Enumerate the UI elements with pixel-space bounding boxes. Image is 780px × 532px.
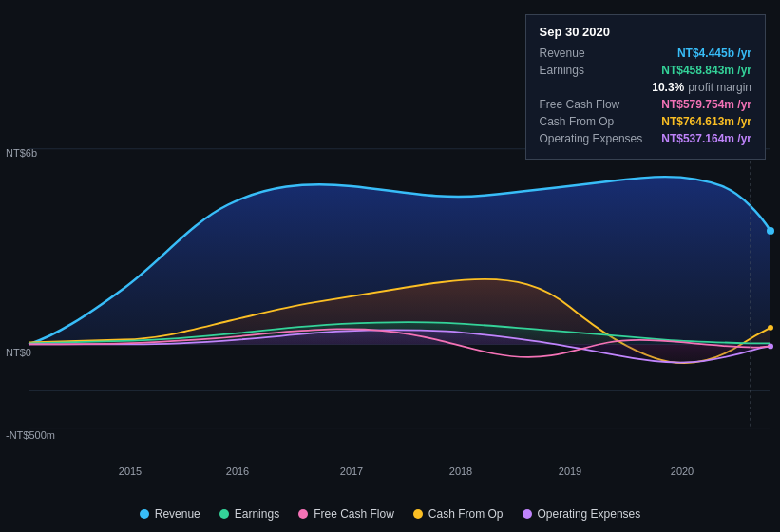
tooltip-revenue-value: NT$4.445b /yr [677, 47, 751, 60]
x-label-2017: 2017 [340, 466, 363, 477]
y-label-bottom: -NT$500m [6, 429, 55, 441]
x-label-2019: 2019 [559, 466, 581, 477]
legend-revenue-dot [140, 509, 149, 519]
legend-revenue-label: Revenue [155, 507, 200, 521]
legend-freecash[interactable]: Free Cash Flow [298, 507, 394, 521]
legend-freecash-dot [298, 509, 308, 519]
legend-earnings[interactable]: Earnings [219, 507, 279, 521]
data-tooltip: Sep 30 2020 Revenue NT$4.445b /yr Earnin… [525, 14, 766, 160]
tooltip-revenue-label: Revenue [540, 47, 585, 60]
tooltip-revenue-row: Revenue NT$4.445b /yr [540, 47, 751, 60]
chart-legend: Revenue Earnings Free Cash Flow Cash Fro… [0, 507, 780, 521]
legend-cashop[interactable]: Cash From Op [413, 507, 504, 521]
tooltip-profit-margin-label: profit margin [688, 81, 751, 94]
legend-cashop-label: Cash From Op [428, 507, 504, 521]
tooltip-opexp-value: NT$537.164m /yr [661, 132, 751, 145]
legend-freecash-label: Free Cash Flow [314, 507, 394, 521]
tooltip-profit-margin-pct: 10.3% [652, 81, 684, 94]
y-label-mid: NT$0 [6, 347, 31, 358]
svg-point-6 [768, 325, 773, 331]
legend-opexp-dot [523, 509, 532, 519]
y-label-top: NT$6b [6, 147, 37, 159]
x-label-2016: 2016 [226, 466, 249, 477]
svg-point-5 [767, 227, 774, 235]
tooltip-cashop-row: Cash From Op NT$764.613m /yr [540, 115, 751, 128]
tooltip-freecash-label: Free Cash Flow [540, 98, 620, 111]
tooltip-freecash-row: Free Cash Flow NT$579.754m /yr [540, 98, 751, 111]
tooltip-cashop-value: NT$764.613m /yr [661, 115, 751, 128]
legend-opexp[interactable]: Operating Expenses [523, 507, 641, 521]
tooltip-cashop-label: Cash From Op [540, 115, 615, 128]
legend-earnings-label: Earnings [235, 507, 279, 521]
chart-container: NT$6b NT$0 -NT$500m 2015 2016 2017 2018 … [0, 0, 780, 532]
legend-earnings-dot [219, 509, 229, 519]
tooltip-earnings-row: Earnings NT$458.843m /yr [540, 64, 751, 77]
tooltip-opexp-row: Operating Expenses NT$537.164m /yr [540, 132, 751, 145]
legend-revenue[interactable]: Revenue [140, 507, 200, 521]
legend-opexp-label: Operating Expenses [538, 507, 641, 521]
x-label-2015: 2015 [119, 466, 142, 477]
tooltip-date: Sep 30 2020 [540, 25, 751, 39]
tooltip-opexp-label: Operating Expenses [540, 132, 643, 145]
tooltip-earnings-value: NT$458.843m /yr [661, 64, 751, 77]
x-label-2020: 2020 [671, 466, 694, 477]
tooltip-freecash-value: NT$579.754m /yr [661, 98, 751, 111]
x-label-2018: 2018 [449, 466, 472, 477]
tooltip-profit-margin-row: 10.3% profit margin [540, 81, 751, 94]
tooltip-earnings-label: Earnings [540, 64, 584, 77]
legend-cashop-dot [413, 509, 423, 519]
